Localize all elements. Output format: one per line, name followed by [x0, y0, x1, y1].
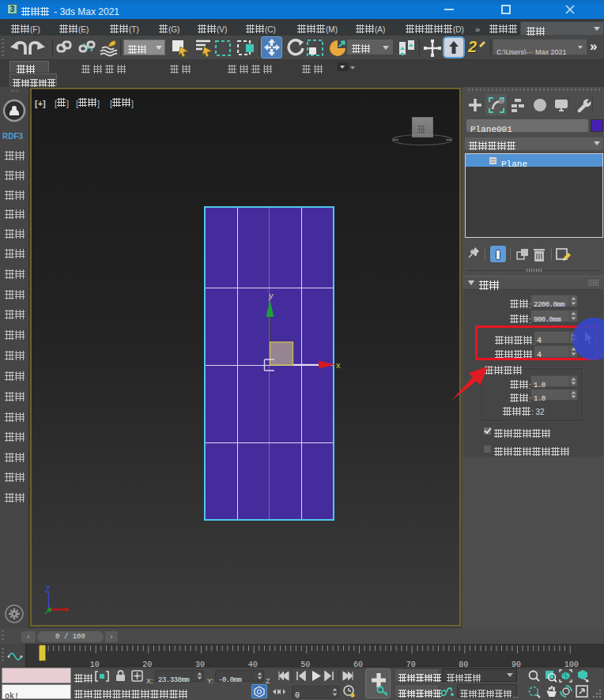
svg-text:y: y [268, 291, 274, 300]
svg-text:x: x [336, 360, 341, 370]
svg-text:Z: Z [45, 585, 50, 594]
